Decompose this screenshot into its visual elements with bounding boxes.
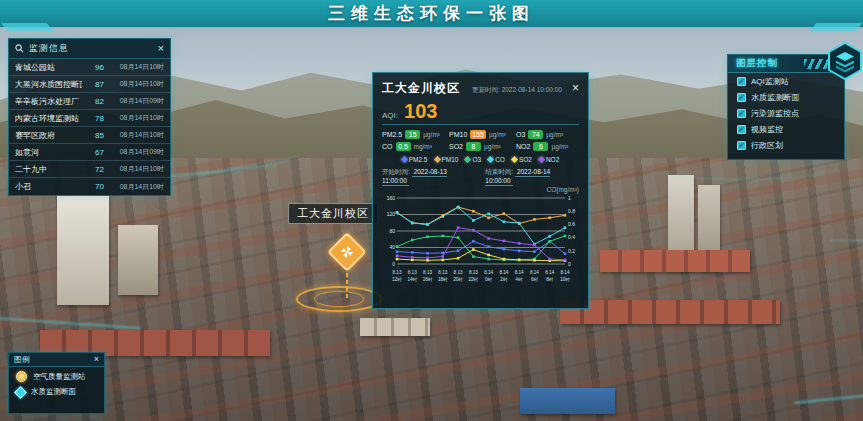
station-value: 87 <box>86 80 104 89</box>
x-tick-hour: 6时 <box>531 277 539 282</box>
pollutant-value-badge: 6 <box>533 142 548 151</box>
x-tick-date: 8.13 <box>438 270 447 275</box>
x-tick-hour: 8时 <box>546 277 554 282</box>
axis-tick-label: 0 <box>392 261 395 267</box>
chart-legend-item[interactable]: PM2.5 <box>402 156 428 163</box>
checkbox-checked-icon[interactable]: ✓ <box>737 125 746 134</box>
layer-panel-title: 图层控制 <box>736 57 778 70</box>
checkbox-checked-icon[interactable]: ✓ <box>737 141 746 150</box>
legend-series-name: PM10 <box>442 156 459 163</box>
series-line-so2 <box>397 250 565 261</box>
data-point <box>426 257 429 260</box>
data-point <box>518 259 521 262</box>
data-point <box>564 214 567 217</box>
close-icon[interactable]: × <box>572 81 579 95</box>
axis-tick-label: 40 <box>389 244 395 250</box>
list-item[interactable]: 大黑河水质国控断面8708月14日10时 <box>9 76 170 93</box>
data-point <box>533 218 536 221</box>
pollutant-name: O3 <box>516 131 525 138</box>
axis-tick-label: 80 <box>389 228 395 234</box>
layer-item-label: 水质监测断面 <box>751 92 799 103</box>
water-station-marker-icon <box>14 386 27 399</box>
app-header: 三维生态环保一张图 <box>0 0 863 28</box>
close-icon[interactable]: × <box>94 355 99 364</box>
x-tick-hour: 12时 <box>392 277 402 282</box>
end-time: 结束时间: 2022-08-14 10:00:00 <box>485 168 579 184</box>
layer-item-label: 行政区划 <box>751 140 783 151</box>
legend-series-name: O3 <box>472 156 481 163</box>
data-point <box>411 251 414 254</box>
data-point <box>564 235 567 238</box>
data-point <box>426 223 429 226</box>
pollutant-unit: µg/m³ <box>489 131 506 138</box>
data-point <box>533 250 536 253</box>
layer-item[interactable]: ✓行政区划 <box>728 137 844 153</box>
data-point <box>411 256 414 259</box>
chart-legend-item[interactable]: SO2 <box>512 156 532 163</box>
station-value: 82 <box>86 97 104 106</box>
x-tick-date: 8.14 <box>530 270 539 275</box>
data-point <box>503 240 506 243</box>
list-item[interactable]: 二十九中7208月14日10时 <box>9 161 170 178</box>
chart-legend-item[interactable]: PM10 <box>435 156 459 163</box>
legend-series-name: PM2.5 <box>409 156 428 163</box>
station-list-panel: 监测信息 × 青城公园站9608月14日10时大黑河水质国控断面8708月14日… <box>8 38 171 196</box>
pollutant-unit: mg/m³ <box>414 143 432 150</box>
pollutant-unit: µg/m³ <box>546 131 563 138</box>
data-point <box>442 252 445 255</box>
list-item[interactable]: 青城公园站9608月14日10时 <box>9 59 170 76</box>
station-time: 08月14日10时 <box>108 113 164 123</box>
axis-tick-label: 0 <box>568 261 571 267</box>
list-item[interactable]: 赛罕区政府8508月14日10时 <box>9 127 170 144</box>
data-point <box>518 250 521 253</box>
x-tick-date: 8.14 <box>545 270 554 275</box>
station-value: 70 <box>86 182 104 191</box>
data-point <box>548 217 551 220</box>
axis-tick-label: 0.2 <box>568 248 575 254</box>
data-point <box>487 217 490 220</box>
data-point <box>442 255 445 258</box>
data-point <box>396 245 399 248</box>
checkbox-checked-icon[interactable]: ✓ <box>737 93 746 102</box>
layer-item-label: 污染源监控点 <box>751 108 799 119</box>
chart-legend-item[interactable]: NO2 <box>539 156 559 163</box>
data-point <box>472 229 475 232</box>
list-item[interactable]: 小召7008月14日10时 <box>9 178 170 195</box>
pollutant-unit: µg/m³ <box>423 131 440 138</box>
data-point <box>457 250 460 253</box>
list-item[interactable]: 辛辛板污水处理厂8208月14日09时 <box>9 93 170 110</box>
layer-items: ✓AQI监测站✓水质监测断面✓污染源监控点✓视频监控✓行政区划 <box>728 73 844 153</box>
right-axis-label: CO(mg/m³) <box>382 186 579 193</box>
data-point <box>548 240 551 243</box>
chart-legend-item[interactable]: O3 <box>465 156 481 163</box>
data-point <box>564 252 567 255</box>
legend-marker-icon <box>511 156 518 163</box>
legend-item: 水质监测断面 <box>9 383 104 398</box>
data-point <box>564 226 567 229</box>
layers-icon[interactable] <box>827 42 863 80</box>
pollutant-value-badge: 0.5 <box>396 142 411 151</box>
pollutant-name: PM10 <box>449 131 467 138</box>
building <box>118 225 158 295</box>
close-icon[interactable]: × <box>158 43 164 54</box>
layer-item[interactable]: ✓水质监测断面 <box>728 89 844 105</box>
data-point <box>457 236 460 239</box>
axis-tick-label: 160 <box>387 195 396 201</box>
data-point <box>457 206 460 209</box>
layer-item[interactable]: ✓视频监控 <box>728 121 844 137</box>
checkbox-checked-icon[interactable]: ✓ <box>737 77 746 86</box>
aqi-row: AQI: 103 <box>382 101 579 125</box>
checkbox-checked-icon[interactable]: ✓ <box>737 109 746 118</box>
list-item[interactable]: 如意河6708月14日09时 <box>9 144 170 161</box>
pollutant-value-badge: 74 <box>528 130 543 139</box>
chart-legend-item[interactable]: CO <box>488 156 505 163</box>
map-stage[interactable]: 三维生态环保一张图 监测信息 × 青城公园站9608月14日10时大黑河水质国控… <box>0 0 863 421</box>
x-tick-hour: 16时 <box>423 277 433 282</box>
legend-item: 空气质量监测站 <box>9 367 104 383</box>
map-station-label[interactable]: 工大金川校区 <box>288 203 378 224</box>
building <box>57 195 109 305</box>
list-item[interactable]: 内蒙古环境监测站7808月14日10时 <box>9 110 170 127</box>
layer-item[interactable]: ✓污染源监控点 <box>728 105 844 121</box>
station-name: 二十九中 <box>15 164 82 175</box>
station-time: 08月14日10时 <box>108 79 164 89</box>
